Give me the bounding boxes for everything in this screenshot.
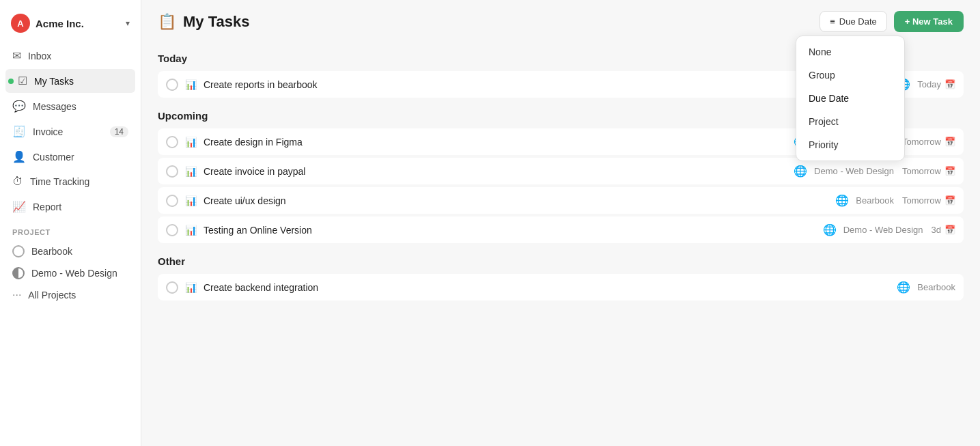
dropdown-item-group[interactable]: Group [796, 64, 904, 87]
section-header-other: Other [158, 255, 964, 267]
due-date-label: Due Date [839, 16, 877, 27]
task-name: Testing an Online Version [204, 225, 816, 236]
brand-name: Acme Inc. [36, 18, 84, 29]
title-wrap: 📋 My Tasks [158, 13, 249, 31]
due-label: Tomorrow [902, 166, 941, 176]
all-projects-item[interactable]: ··· All Projects [5, 284, 135, 306]
dots-icon: ··· [12, 289, 21, 301]
sidebar-item-customer[interactable]: 👤 Customer [5, 145, 135, 169]
task-project: Demo - Web Design [814, 166, 894, 176]
task-meta: Demo - Web Design 3d 📅 [843, 225, 955, 235]
bars-icon: 📊 [185, 79, 197, 90]
project-circle-bearbook [12, 245, 25, 257]
task-meta: Bearbook Tomorrow 📅 [856, 195, 955, 206]
dropdown-item-priority[interactable]: Priority [796, 133, 904, 156]
due-label: Tomorrow [902, 137, 941, 147]
brand-icon: A [11, 14, 30, 33]
main-header: 📋 My Tasks ≡ Due Date + New Task [141, 0, 980, 40]
page-title: My Tasks [183, 13, 249, 31]
task-name: Create design in Figma [204, 137, 787, 148]
project-circle-demo [12, 267, 25, 279]
dropdown-item-due-date[interactable]: Due Date [796, 87, 904, 110]
calendar-icon: 📅 [944, 195, 955, 206]
task-project: Bearbook [917, 282, 955, 292]
bars-icon: 📊 [185, 195, 197, 206]
all-projects-label: All Projects [28, 290, 76, 301]
due-label: 3d [932, 225, 941, 235]
task-meta: Today 📅 [917, 79, 955, 89]
invoice-icon: 🧾 [12, 125, 26, 138]
globe-icon: 🌐 [897, 281, 910, 294]
invoice-badge: 14 [110, 126, 128, 137]
tasks-header-icon: 📋 [158, 13, 176, 31]
projects-list: Bearbook Demo - Web Design ··· All Proje… [0, 240, 141, 306]
dropdown-item-none[interactable]: None [796, 40, 904, 64]
header-actions: ≡ Due Date + New Task [820, 11, 964, 32]
task-name: Create invoice in paypal [204, 166, 787, 177]
calendar-icon: 📅 [944, 225, 955, 235]
customer-icon: 👤 [12, 150, 26, 163]
due-date-button[interactable]: ≡ Due Date [820, 11, 887, 32]
brand[interactable]: A Acme Inc. ▾ [0, 11, 141, 44]
inbox-icon: ✉ [12, 49, 21, 62]
sidebar-nav: ✉ Inbox ☑ My Tasks 💬 Messages 🧾 Invoice … [0, 44, 141, 219]
time-tracking-icon: ⏱ [12, 176, 23, 188]
new-task-button[interactable]: + New Task [894, 11, 964, 32]
dropdown-item-project[interactable]: Project [796, 110, 904, 133]
sidebar: A Acme Inc. ▾ ✉ Inbox ☑ My Tasks 💬 Messa… [0, 0, 141, 446]
messages-icon: 💬 [12, 100, 26, 113]
project-section-label: Project [0, 219, 141, 240]
sidebar-item-my-tasks[interactable]: ☑ My Tasks [5, 69, 135, 93]
tasks-icon: ☑ [18, 74, 27, 87]
task-meta: Demo - Web Design Tomorrow 📅 [814, 166, 955, 176]
sidebar-item-report[interactable]: 📈 Report [5, 195, 135, 219]
task-project: Bearbook [856, 195, 894, 206]
task-name: Create ui/ux design [204, 195, 828, 206]
calendar-icon: 📅 [944, 166, 955, 176]
task-checkbox[interactable] [166, 79, 178, 91]
task-due: 3d 📅 [932, 225, 955, 235]
main-content: 📋 My Tasks ≡ Due Date + New Task None Gr… [141, 0, 980, 446]
dropdown-menu: None Group Due Date Project Priority [796, 36, 905, 161]
sidebar-item-messages[interactable]: 💬 Messages [5, 94, 135, 118]
active-dot [8, 79, 14, 84]
task-checkbox[interactable] [166, 224, 178, 236]
bars-icon: 📊 [185, 282, 197, 293]
task-due: Tomorrow 📅 [902, 166, 955, 176]
table-row: 📊 Create invoice in paypal 🌐 Demo - Web … [158, 158, 964, 184]
sidebar-item-time-tracking[interactable]: ⏱ Time Tracking [5, 170, 135, 193]
calendar-icon: 📅 [944, 137, 955, 147]
task-checkbox[interactable] [166, 136, 178, 148]
task-due: Tomorrow 📅 [902, 137, 955, 147]
sidebar-item-label: Customer [33, 152, 74, 163]
bars-icon: 📊 [185, 225, 197, 236]
due-label: Tomorrow [902, 195, 941, 206]
task-project: Demo - Web Design [843, 225, 923, 235]
sidebar-item-label: Report [33, 201, 61, 212]
project-label: Demo - Web Design [31, 268, 117, 279]
sidebar-item-label: Time Tracking [30, 176, 89, 187]
task-due: Tomorrow 📅 [902, 195, 955, 206]
bars-icon: 📊 [185, 137, 197, 148]
project-item-demo-web-design[interactable]: Demo - Web Design [5, 262, 135, 284]
sidebar-item-invoice[interactable]: 🧾 Invoice 14 [5, 120, 135, 143]
sidebar-item-label: Messages [33, 101, 76, 112]
task-checkbox[interactable] [166, 165, 178, 178]
sidebar-item-inbox[interactable]: ✉ Inbox [5, 44, 135, 68]
calendar-icon: 📅 [944, 79, 955, 89]
globe-icon: 🌐 [794, 165, 807, 178]
task-checkbox[interactable] [166, 195, 178, 207]
table-row: 📊 Testing an Online Version 🌐 Demo - Web… [158, 217, 964, 243]
task-name: Create reports in bearbook [204, 79, 890, 90]
task-meta: Bearbook [917, 282, 955, 292]
project-item-bearbook[interactable]: Bearbook [5, 240, 135, 262]
sidebar-item-label: Inbox [28, 51, 51, 61]
table-row: 📊 Create ui/ux design 🌐 Bearbook Tomorro… [158, 187, 964, 214]
task-checkbox[interactable] [166, 281, 178, 294]
filter-icon: ≡ [830, 16, 835, 27]
project-label: Bearbook [31, 246, 72, 257]
due-label: Today [917, 79, 941, 89]
sidebar-item-label: Invoice [33, 126, 63, 137]
table-row: 📊 Create backend integration 🌐 Bearbook [158, 274, 964, 301]
sidebar-item-label: My Tasks [34, 76, 74, 87]
